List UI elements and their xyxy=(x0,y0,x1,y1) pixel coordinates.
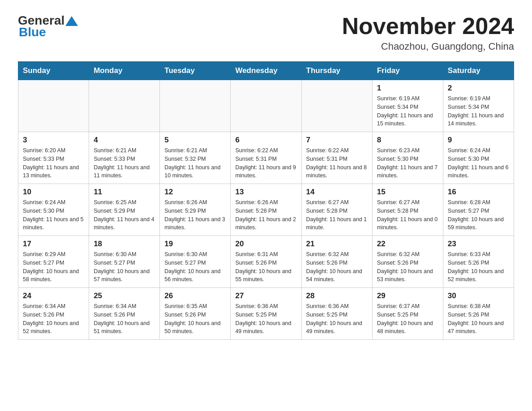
calendar-cell: 11Sunrise: 6:25 AMSunset: 5:29 PMDayligh… xyxy=(89,184,160,236)
calendar-header-row: Sunday Monday Tuesday Wednesday Thursday… xyxy=(18,62,514,80)
day-number: 15 xyxy=(377,188,438,197)
calendar-cell: 13Sunrise: 6:26 AMSunset: 5:28 PMDayligh… xyxy=(231,184,301,236)
day-number: 7 xyxy=(306,136,368,145)
day-info: Sunrise: 6:24 AMSunset: 5:30 PMDaylight:… xyxy=(448,146,509,180)
day-number: 26 xyxy=(164,291,226,300)
calendar-cell: 26Sunrise: 6:35 AMSunset: 5:26 PMDayligh… xyxy=(160,288,231,340)
calendar-cell: 18Sunrise: 6:30 AMSunset: 5:27 PMDayligh… xyxy=(89,236,160,288)
calendar-cell: 12Sunrise: 6:26 AMSunset: 5:29 PMDayligh… xyxy=(160,184,231,236)
calendar-cell xyxy=(160,80,231,132)
day-number: 12 xyxy=(164,188,226,197)
day-info: Sunrise: 6:34 AMSunset: 5:26 PMDaylight:… xyxy=(23,302,84,336)
calendar-cell: 3Sunrise: 6:20 AMSunset: 5:33 PMDaylight… xyxy=(18,132,89,184)
week-row-2: 3Sunrise: 6:20 AMSunset: 5:33 PMDaylight… xyxy=(18,132,514,184)
day-info: Sunrise: 6:27 AMSunset: 5:28 PMDaylight:… xyxy=(377,198,438,232)
day-number: 24 xyxy=(23,291,84,300)
logo-triangle-icon xyxy=(65,16,78,26)
header-thursday: Thursday xyxy=(301,62,372,80)
day-info: Sunrise: 6:32 AMSunset: 5:26 PMDaylight:… xyxy=(306,250,368,284)
day-info: Sunrise: 6:27 AMSunset: 5:28 PMDaylight:… xyxy=(306,198,368,232)
day-info: Sunrise: 6:29 AMSunset: 5:27 PMDaylight:… xyxy=(23,250,84,284)
day-info: Sunrise: 6:38 AMSunset: 5:26 PMDaylight:… xyxy=(448,302,509,336)
logo-blue-text: Blue xyxy=(19,25,46,39)
calendar-cell: 16Sunrise: 6:28 AMSunset: 5:27 PMDayligh… xyxy=(443,184,514,236)
calendar-cell: 15Sunrise: 6:27 AMSunset: 5:28 PMDayligh… xyxy=(372,184,443,236)
day-number: 11 xyxy=(94,188,155,197)
calendar-cell: 10Sunrise: 6:24 AMSunset: 5:30 PMDayligh… xyxy=(18,184,89,236)
day-info: Sunrise: 6:20 AMSunset: 5:33 PMDaylight:… xyxy=(23,146,84,180)
calendar-cell: 5Sunrise: 6:21 AMSunset: 5:32 PMDaylight… xyxy=(160,132,231,184)
day-info: Sunrise: 6:32 AMSunset: 5:26 PMDaylight:… xyxy=(377,250,438,284)
calendar-cell xyxy=(301,80,372,132)
day-number: 3 xyxy=(23,136,84,145)
calendar-cell: 4Sunrise: 6:21 AMSunset: 5:33 PMDaylight… xyxy=(89,132,160,184)
header-wednesday: Wednesday xyxy=(231,62,301,80)
calendar-cell: 25Sunrise: 6:34 AMSunset: 5:26 PMDayligh… xyxy=(89,288,160,340)
day-number: 14 xyxy=(306,188,368,197)
header-friday: Friday xyxy=(372,62,443,80)
day-number: 17 xyxy=(23,240,84,248)
week-row-5: 24Sunrise: 6:34 AMSunset: 5:26 PMDayligh… xyxy=(18,288,514,340)
day-info: Sunrise: 6:36 AMSunset: 5:25 PMDaylight:… xyxy=(306,302,368,336)
header-saturday: Saturday xyxy=(443,62,514,80)
day-number: 16 xyxy=(448,188,509,197)
day-info: Sunrise: 6:24 AMSunset: 5:30 PMDaylight:… xyxy=(23,198,84,232)
calendar-cell: 21Sunrise: 6:32 AMSunset: 5:26 PMDayligh… xyxy=(301,236,372,288)
calendar-cell: 22Sunrise: 6:32 AMSunset: 5:26 PMDayligh… xyxy=(372,236,443,288)
calendar-cell: 17Sunrise: 6:29 AMSunset: 5:27 PMDayligh… xyxy=(18,236,89,288)
day-info: Sunrise: 6:28 AMSunset: 5:27 PMDaylight:… xyxy=(448,198,509,232)
day-info: Sunrise: 6:33 AMSunset: 5:26 PMDaylight:… xyxy=(448,250,509,284)
calendar-cell: 1Sunrise: 6:19 AMSunset: 5:34 PMDaylight… xyxy=(372,80,443,132)
day-number: 5 xyxy=(164,136,226,145)
day-info: Sunrise: 6:23 AMSunset: 5:30 PMDaylight:… xyxy=(377,146,438,180)
day-number: 29 xyxy=(377,291,438,300)
day-number: 30 xyxy=(448,291,509,300)
day-info: Sunrise: 6:21 AMSunset: 5:33 PMDaylight:… xyxy=(94,146,155,180)
day-number: 1 xyxy=(377,84,438,93)
calendar-cell: 27Sunrise: 6:36 AMSunset: 5:25 PMDayligh… xyxy=(231,288,301,340)
day-number: 9 xyxy=(448,136,509,145)
calendar-cell xyxy=(89,80,160,132)
day-info: Sunrise: 6:30 AMSunset: 5:27 PMDaylight:… xyxy=(94,250,155,284)
calendar-cell: 24Sunrise: 6:34 AMSunset: 5:26 PMDayligh… xyxy=(18,288,89,340)
day-number: 27 xyxy=(235,291,296,300)
calendar-cell: 6Sunrise: 6:22 AMSunset: 5:31 PMDaylight… xyxy=(231,132,301,184)
day-info: Sunrise: 6:22 AMSunset: 5:31 PMDaylight:… xyxy=(306,146,368,180)
day-info: Sunrise: 6:19 AMSunset: 5:34 PMDaylight:… xyxy=(448,94,509,128)
day-info: Sunrise: 6:26 AMSunset: 5:29 PMDaylight:… xyxy=(164,198,226,232)
day-number: 10 xyxy=(23,188,84,197)
location-title: Chaozhou, Guangdong, China xyxy=(342,41,514,52)
day-number: 13 xyxy=(235,188,296,197)
day-number: 23 xyxy=(448,240,509,248)
week-row-1: 1Sunrise: 6:19 AMSunset: 5:34 PMDaylight… xyxy=(18,80,514,132)
day-number: 6 xyxy=(235,136,296,145)
day-info: Sunrise: 6:19 AMSunset: 5:34 PMDaylight:… xyxy=(377,94,438,128)
day-info: Sunrise: 6:35 AMSunset: 5:26 PMDaylight:… xyxy=(164,302,226,336)
title-area: November 2024 Chaozhou, Guangdong, China xyxy=(342,13,514,52)
day-info: Sunrise: 6:34 AMSunset: 5:26 PMDaylight:… xyxy=(94,302,155,336)
day-info: Sunrise: 6:26 AMSunset: 5:28 PMDaylight:… xyxy=(235,198,296,232)
calendar-cell: 23Sunrise: 6:33 AMSunset: 5:26 PMDayligh… xyxy=(443,236,514,288)
calendar-cell: 30Sunrise: 6:38 AMSunset: 5:26 PMDayligh… xyxy=(443,288,514,340)
week-row-3: 10Sunrise: 6:24 AMSunset: 5:30 PMDayligh… xyxy=(18,184,514,236)
calendar-cell: 7Sunrise: 6:22 AMSunset: 5:31 PMDaylight… xyxy=(301,132,372,184)
header-monday: Monday xyxy=(89,62,160,80)
month-title: November 2024 xyxy=(342,13,514,39)
day-number: 19 xyxy=(164,240,226,248)
day-info: Sunrise: 6:30 AMSunset: 5:27 PMDaylight:… xyxy=(164,250,226,284)
calendar-cell: 29Sunrise: 6:37 AMSunset: 5:25 PMDayligh… xyxy=(372,288,443,340)
calendar-cell: 14Sunrise: 6:27 AMSunset: 5:28 PMDayligh… xyxy=(301,184,372,236)
day-number: 8 xyxy=(377,136,438,145)
header-sunday: Sunday xyxy=(18,62,89,80)
day-number: 2 xyxy=(448,84,509,93)
calendar-cell xyxy=(231,80,301,132)
calendar-cell: 9Sunrise: 6:24 AMSunset: 5:30 PMDaylight… xyxy=(443,132,514,184)
calendar-cell xyxy=(18,80,89,132)
day-number: 20 xyxy=(235,240,296,248)
logo: General Blue xyxy=(18,13,78,39)
day-info: Sunrise: 6:37 AMSunset: 5:25 PMDaylight:… xyxy=(377,302,438,336)
day-number: 18 xyxy=(94,240,155,248)
calendar: Sunday Monday Tuesday Wednesday Thursday… xyxy=(18,61,514,340)
calendar-cell: 19Sunrise: 6:30 AMSunset: 5:27 PMDayligh… xyxy=(160,236,231,288)
day-info: Sunrise: 6:36 AMSunset: 5:25 PMDaylight:… xyxy=(235,302,296,336)
